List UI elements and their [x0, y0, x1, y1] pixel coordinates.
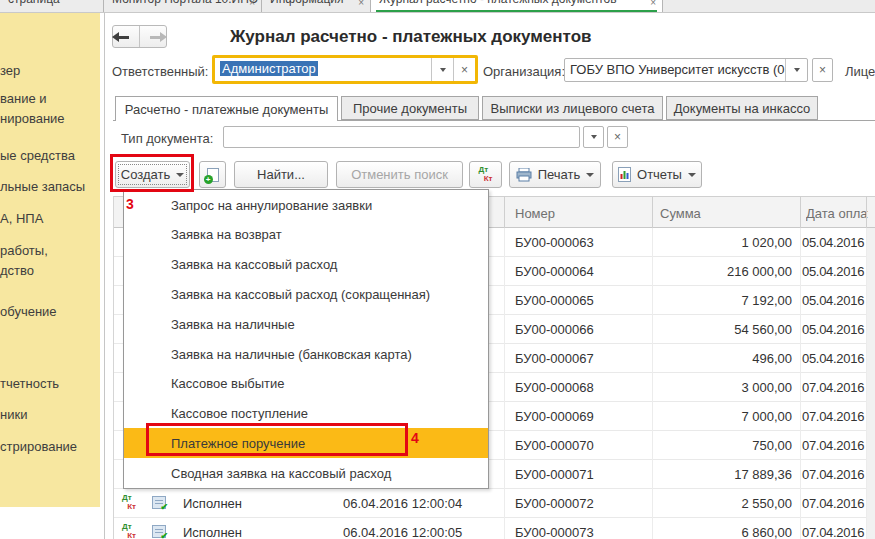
- menu-item[interactable]: Запрос на аннулирование заявки: [124, 190, 488, 220]
- row-sum: 17 889,36: [652, 467, 792, 482]
- menu-item[interactable]: Заявка на наличные (банковская карта): [124, 339, 488, 369]
- doc-tab[interactable]: Выписки из лицевого счета: [482, 96, 663, 120]
- row-number: БУ00-000069: [515, 409, 594, 424]
- chevron-down-icon: [586, 173, 594, 177]
- tab-close-icon[interactable]: ×: [249, 0, 255, 8]
- row-sum: 7 192,00: [652, 293, 792, 308]
- doc-tab[interactable]: Документы на инкассо: [666, 96, 818, 120]
- chevron-down-icon: [591, 135, 597, 139]
- row-sum: 216 000,00: [652, 264, 792, 279]
- row-paydate: 07.04.2016: [802, 467, 864, 482]
- dtkt-icon: ДтКт: [479, 166, 493, 183]
- browser-tab[interactable]: Журнал расчетно - платежных документов×: [371, 0, 663, 13]
- sidebar-item[interactable]: нирование: [0, 111, 65, 126]
- browser-tab-bar: страницаМонитор Портала 10.ИПО×Информаци…: [0, 0, 875, 13]
- sidebar-item[interactable]: ые средства: [0, 148, 75, 163]
- row-number: БУ00-000066: [515, 322, 594, 337]
- forward-arrow-icon: [150, 36, 160, 39]
- print-button-label: Печать: [538, 167, 581, 182]
- row-sum: 6 860,00: [652, 525, 792, 539]
- sidebar-item[interactable]: дство: [0, 263, 34, 278]
- table-row[interactable]: ДтКт✔Исполнен06.04.2016 12:00:05БУ00-000…: [113, 518, 875, 539]
- row-sum: 750,00: [652, 438, 792, 453]
- browser-tab[interactable]: Информация×: [262, 0, 371, 13]
- tab-close-icon[interactable]: ×: [650, 0, 656, 8]
- clear-icon: ×: [614, 130, 621, 144]
- cancel-search-label: Отменить поиск: [351, 167, 448, 182]
- sidebar-item[interactable]: стрирование: [0, 439, 77, 454]
- cancel-search-button[interactable]: Отменить поиск: [336, 161, 463, 188]
- sidebar-item[interactable]: зер: [0, 63, 20, 78]
- col-header-number[interactable]: Номер: [515, 206, 555, 221]
- forward-button[interactable]: [140, 26, 166, 47]
- menu-item[interactable]: Заявка на наличные: [124, 309, 488, 339]
- menu-item[interactable]: Заявка на кассовый расход: [124, 250, 488, 280]
- sidebar-divider: [104, 13, 105, 539]
- row-number: БУ00-000067: [515, 351, 594, 366]
- dtkt-button[interactable]: ДтКт: [469, 161, 502, 188]
- clear-icon: ×: [461, 63, 468, 77]
- row-sum: 7 000,00: [652, 409, 792, 424]
- reports-button[interactable]: Отчеты: [612, 161, 702, 188]
- organization-dropdown-button[interactable]: [785, 59, 807, 81]
- back-button[interactable]: [113, 26, 140, 47]
- row-paydate: 07.04.2016: [802, 409, 864, 424]
- browser-tab-label: страница: [0, 0, 103, 6]
- organization-value: ГОБУ ВПО Университет искусств (0: [565, 59, 785, 81]
- doc-tab[interactable]: Прочие документы: [341, 96, 479, 120]
- create-copy-button[interactable]: +: [199, 161, 226, 188]
- responsible-clear-button[interactable]: ×: [453, 58, 475, 81]
- row-date: 06.04.2016 12:00:05: [343, 525, 462, 539]
- menu-item[interactable]: Заявка на возврат: [124, 220, 488, 250]
- sidebar-item[interactable]: вание и: [0, 91, 47, 106]
- col-header-sum[interactable]: Сумма: [660, 206, 701, 221]
- document-check-icon: ✔: [152, 496, 166, 509]
- sidebar-item[interactable]: льные запасы: [0, 179, 85, 194]
- doc-tab[interactable]: Расчетно - платежные документы: [115, 96, 338, 121]
- table-left-border: [113, 196, 114, 539]
- menu-item[interactable]: Заявка на кассовый расход (сокращенная): [124, 279, 488, 309]
- sidebar-item[interactable]: А, НПА: [0, 211, 43, 226]
- tab-close-icon[interactable]: ×: [358, 0, 364, 8]
- col-header-paydate[interactable]: Дата оплаты: [806, 206, 868, 221]
- browser-tab[interactable]: Монитор Портала 10.ИПО×: [104, 0, 262, 13]
- row-sum: 2 550,00: [652, 496, 792, 511]
- account-label: Лицевой счет:: [845, 64, 875, 79]
- doc-type-dropdown-button[interactable]: [583, 126, 604, 148]
- report-chart-icon: [618, 167, 631, 182]
- sidebar-item[interactable]: обучение: [0, 304, 57, 319]
- row-paydate: 07.04.2016: [802, 525, 864, 539]
- row-number: БУ00-000064: [515, 264, 594, 279]
- reports-button-label: Отчеты: [637, 167, 682, 182]
- menu-item[interactable]: Сводная заявка на кассовый расход: [124, 458, 488, 488]
- menu-item[interactable]: Кассовое выбытие: [124, 369, 488, 399]
- row-paydate: 05.04.2016: [802, 322, 864, 337]
- row-number: БУ00-000072: [515, 496, 594, 511]
- doc-type-clear-button[interactable]: ×: [607, 126, 628, 148]
- annotation-step-3: 3: [126, 196, 134, 212]
- organization-combobox[interactable]: ГОБУ ВПО Университет искусств (0: [564, 58, 808, 82]
- row-paydate: 07.04.2016: [802, 496, 864, 511]
- table-row[interactable]: ДтКт✔Исполнен06.04.2016 12:00:04БУ00-000…: [113, 489, 875, 518]
- responsible-combobox[interactable]: Администратор ×: [212, 55, 478, 84]
- browser-tab-label: Информация: [262, 0, 370, 6]
- sidebar-item[interactable]: работы,: [0, 243, 48, 258]
- organization-clear-button[interactable]: ×: [812, 58, 833, 82]
- sidebar-item[interactable]: ники: [0, 407, 27, 422]
- sidebar: зервание инированиеые средствальные запа…: [0, 13, 100, 507]
- row-number: БУ00-000068: [515, 380, 594, 395]
- find-button[interactable]: Найти...: [234, 161, 328, 188]
- responsible-dropdown-button[interactable]: [431, 58, 453, 81]
- doc-type-input[interactable]: [223, 126, 580, 148]
- chevron-down-icon: [440, 68, 446, 72]
- sidebar-item[interactable]: тчетность: [0, 376, 59, 391]
- dtkt-icon: ДтКт: [122, 523, 136, 539]
- browser-tab[interactable]: страница: [0, 0, 104, 13]
- print-button[interactable]: Печать: [509, 161, 601, 188]
- responsible-value: Администратор: [220, 61, 318, 76]
- row-paydate: 05.04.2016: [802, 235, 864, 250]
- chevron-down-icon: [794, 68, 800, 72]
- back-arrow-icon: [119, 36, 129, 39]
- organization-label: Организация:: [483, 64, 565, 79]
- chevron-down-icon: [688, 173, 696, 177]
